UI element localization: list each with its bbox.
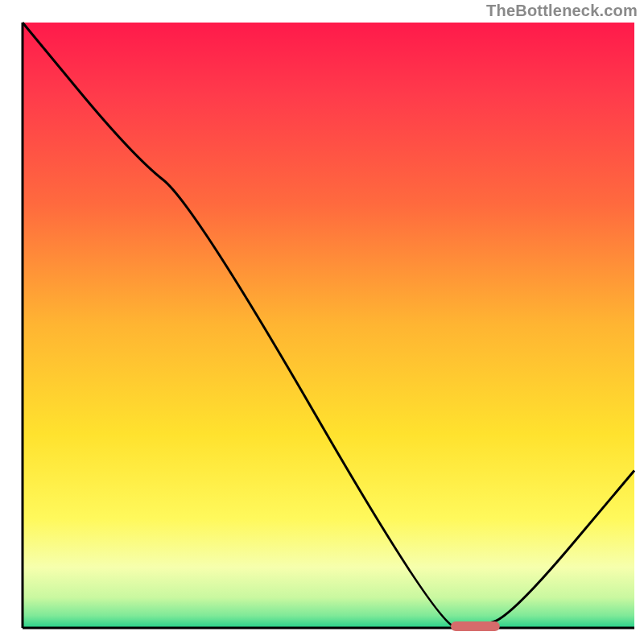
bottleneck-chart: [0, 0, 644, 644]
chart-container: TheBottleneck.com: [0, 0, 644, 644]
plot-background: [23, 23, 634, 628]
watermark-text: TheBottleneck.com: [486, 2, 638, 20]
optimal-range-marker: [451, 621, 500, 631]
